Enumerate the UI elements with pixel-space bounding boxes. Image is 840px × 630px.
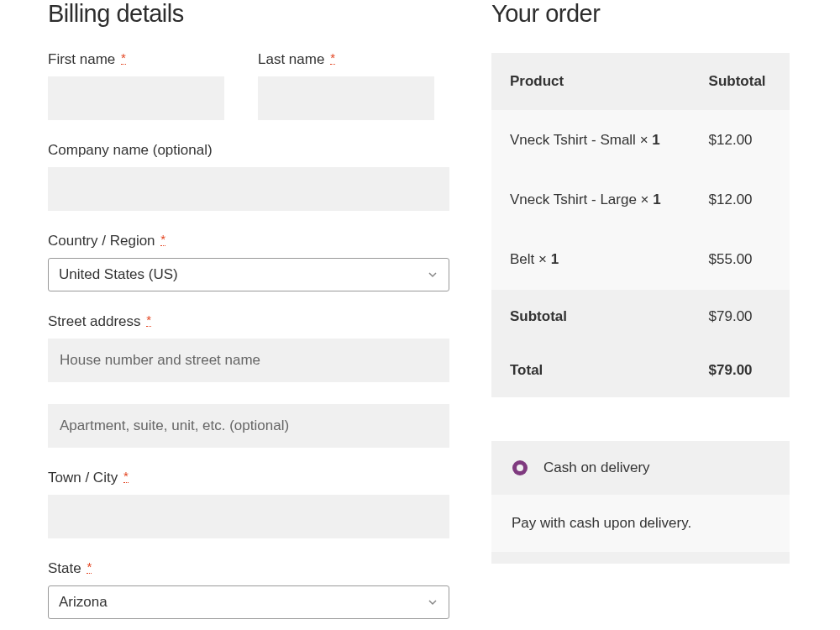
payment-methods: Cash on delivery Pay with cash upon deli… xyxy=(491,441,790,564)
city-input[interactable] xyxy=(48,495,449,538)
order-item-name: Belt × 1 xyxy=(491,229,690,289)
order-item-name: Vneck Tshirt - Small × 1 xyxy=(491,110,690,170)
state-label: State * xyxy=(48,560,449,577)
street-label-text: Street address xyxy=(48,313,141,329)
required-asterisk: * xyxy=(123,470,129,483)
order-subtotal-label: Subtotal xyxy=(491,290,690,344)
street-address-2-input[interactable] xyxy=(48,404,449,448)
first-name-label: First name * xyxy=(48,51,239,68)
company-input[interactable] xyxy=(48,167,449,211)
required-asterisk: * xyxy=(160,233,165,246)
city-label: Town / City * xyxy=(48,470,449,486)
payment-footer-strip xyxy=(491,552,790,564)
state-label-text: State xyxy=(48,560,81,576)
chevron-down-icon xyxy=(422,264,444,286)
order-item-product: Vneck Tshirt - Large xyxy=(510,192,637,207)
order-item-qty-sep: × xyxy=(636,132,652,148)
order-item-product: Belt xyxy=(510,251,534,267)
required-asterisk: * xyxy=(87,560,92,574)
order-item-price: $12.00 xyxy=(690,170,790,229)
order-summary-table: Product Subtotal Vneck Tshirt - Small × … xyxy=(491,53,790,397)
order-item-price: $55.00 xyxy=(690,229,790,289)
order-item-qty: 1 xyxy=(652,132,659,148)
radio-selected-icon xyxy=(512,459,528,476)
first-name-label-text: First name xyxy=(48,51,115,67)
order-item-name: Vneck Tshirt - Large × 1 xyxy=(491,170,690,229)
last-name-label: Last name * xyxy=(258,51,449,68)
order-total-label: Total xyxy=(491,344,690,397)
company-label: Company name (optional) xyxy=(48,142,449,159)
order-item-price: $12.00 xyxy=(690,110,790,170)
street-address-1-input[interactable] xyxy=(48,339,449,382)
order-subtotal-value: $79.00 xyxy=(690,290,790,344)
state-select[interactable]: Arizona xyxy=(48,585,449,619)
last-name-label-text: Last name xyxy=(258,51,324,67)
order-item-row: Belt × 1 $55.00 xyxy=(491,229,790,289)
city-label-text: Town / City xyxy=(48,470,118,486)
svg-point-1 xyxy=(517,465,523,471)
payment-option-description: Pay with cash upon delivery. xyxy=(491,495,790,552)
country-select-value: United States (US) xyxy=(59,266,178,283)
required-asterisk: * xyxy=(330,51,335,65)
order-item-product: Vneck Tshirt - Small xyxy=(510,132,636,148)
order-item-qty: 1 xyxy=(551,251,559,267)
order-item-row: Vneck Tshirt - Small × 1 $12.00 xyxy=(491,110,790,170)
required-asterisk: * xyxy=(121,51,126,65)
order-item-qty-sep: × xyxy=(637,192,653,207)
chevron-down-icon xyxy=(422,591,444,613)
order-heading: Your order xyxy=(491,0,790,28)
country-label: Country / Region * xyxy=(48,233,449,249)
payment-option-label: Cash on delivery xyxy=(543,459,650,476)
country-select[interactable]: United States (US) xyxy=(48,258,449,291)
billing-heading: Billing details xyxy=(48,0,449,28)
last-name-input[interactable] xyxy=(258,76,434,120)
country-label-text: Country / Region xyxy=(48,233,155,249)
order-item-row: Vneck Tshirt - Large × 1 $12.00 xyxy=(491,170,790,229)
state-select-value: Arizona xyxy=(59,594,108,611)
required-asterisk: * xyxy=(146,313,151,327)
order-item-qty: 1 xyxy=(653,192,660,207)
first-name-input[interactable] xyxy=(48,76,224,120)
order-col-product: Product xyxy=(491,53,690,110)
order-total-value: $79.00 xyxy=(690,344,790,397)
street-label: Street address * xyxy=(48,313,449,330)
payment-option-cod[interactable]: Cash on delivery xyxy=(491,441,790,495)
order-col-subtotal: Subtotal xyxy=(690,53,790,110)
order-item-qty-sep: × xyxy=(534,251,550,267)
